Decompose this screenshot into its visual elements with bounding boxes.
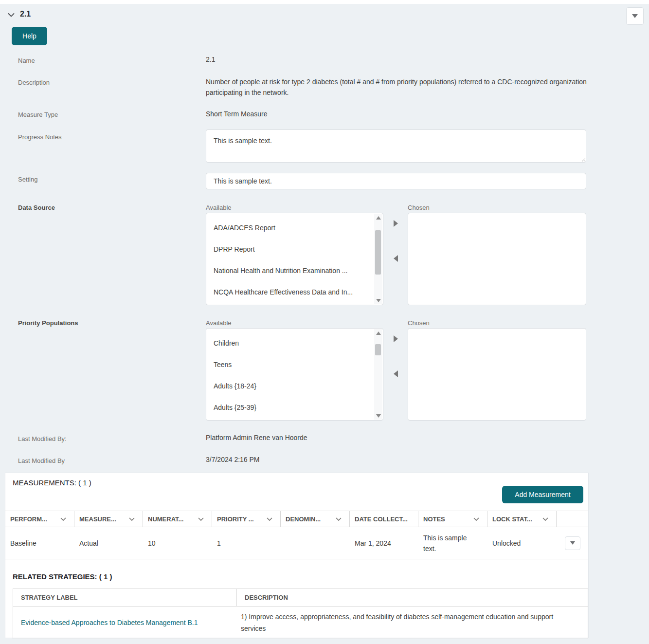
column-header-label: MEASURE... xyxy=(79,515,116,523)
date-collected-cell: Mar 1, 2024 xyxy=(350,527,418,559)
priority-populations-scrollbar[interactable] xyxy=(374,329,382,420)
add-measurement-button[interactable]: Add Measurement xyxy=(502,486,583,503)
scrollbar-thumb[interactable] xyxy=(375,230,381,275)
priority-population-option[interactable]: Adults {18-24} xyxy=(206,375,364,397)
last-modified-by-label: Last Modified By: xyxy=(18,435,67,442)
data-source-option[interactable]: National Health and Nutrition Examinatio… xyxy=(206,260,364,281)
caret-down-icon xyxy=(570,541,575,545)
measure-cell: Actual xyxy=(74,527,143,559)
chevron-down-icon xyxy=(267,517,272,521)
priority-cell: 1 xyxy=(212,527,281,559)
progress-notes-textarea[interactable] xyxy=(206,129,586,163)
column-header-description: DESCRIPTION xyxy=(237,589,588,606)
progress-notes-label: Progress Notes xyxy=(18,133,62,141)
priority-populations-move-right-icon[interactable] xyxy=(394,335,398,342)
measurements-table-header: PERFORM... MEASURE... NUMERAT... PRIORIT… xyxy=(5,511,588,527)
last-modified-by-value: Platform Admin Rene van Hoorde xyxy=(206,432,307,443)
column-header-label: NOTES xyxy=(423,515,445,523)
data-source-available-label: Available xyxy=(206,204,232,211)
column-header-measure[interactable]: MEASURE... xyxy=(74,511,143,527)
chevron-down-icon xyxy=(336,517,342,521)
denominator-cell xyxy=(281,527,350,559)
chevron-down-icon xyxy=(129,517,135,521)
lock-status-cell: Unlocked xyxy=(487,527,557,559)
description-label: Description xyxy=(18,79,50,86)
measure-type-value: Short Term Measure xyxy=(206,109,268,119)
priority-population-option[interactable]: Adults {25-39} xyxy=(206,397,364,418)
measurement-row: Baseline Actual 10 1 Mar 1, 2024 This is… xyxy=(5,527,588,559)
column-header-date-collected[interactable]: DATE COLLECT... xyxy=(350,511,418,527)
scroll-up-icon[interactable] xyxy=(374,214,382,221)
chevron-down-icon xyxy=(542,517,548,521)
column-header-notes[interactable]: NOTES xyxy=(418,511,487,527)
data-source-move-right-icon[interactable] xyxy=(394,220,398,227)
name-value: 2.1 xyxy=(206,54,215,65)
section-collapse-chevron-icon[interactable] xyxy=(7,11,16,19)
column-header-label: PRIORITY ... xyxy=(217,515,254,523)
data-source-option[interactable]: ADA/ADCES Report xyxy=(206,217,364,239)
column-header-numerator[interactable]: NUMERAT... xyxy=(143,511,212,527)
row-actions-menu-button[interactable] xyxy=(565,536,580,550)
column-header-label: DATE COLLECT... xyxy=(355,515,408,523)
column-header-label: PERFORM... xyxy=(10,515,47,523)
column-header-label: LOCK STAT... xyxy=(492,515,532,523)
priority-populations-available-label: Available xyxy=(206,319,232,327)
scroll-down-icon[interactable] xyxy=(374,412,382,420)
column-header-priority[interactable]: PRIORITY ... xyxy=(212,511,281,527)
column-header-actions xyxy=(557,511,588,527)
data-source-chosen-label: Chosen xyxy=(408,204,430,211)
data-source-option[interactable]: NCQA Healthcare Effectiveness Data and I… xyxy=(206,281,364,303)
column-header-denominator[interactable]: DENOMIN... xyxy=(281,511,350,527)
last-modified-date-value: 3/7/2024 2:16 PM xyxy=(206,454,260,465)
column-header-label: DENOMIN... xyxy=(286,515,321,523)
data-source-available-listbox[interactable]: ADA/ADCES Report DPRP Report National He… xyxy=(206,213,383,305)
caret-down-icon xyxy=(632,14,638,18)
related-strategies-section-title: RELATED STRATEGIES: ( 1 ) xyxy=(13,572,112,581)
priority-population-option[interactable]: Children xyxy=(206,332,364,354)
data-source-scrollbar[interactable] xyxy=(374,214,382,304)
related-strategies-table-header: STRATEGY LABEL DESCRIPTION xyxy=(13,589,588,607)
column-header-performance[interactable]: PERFORM... xyxy=(5,511,74,527)
description-value: Number of people at risk for type 2 diab… xyxy=(206,76,588,98)
strategy-link[interactable]: Evidence-based Approaches to Diabetes Ma… xyxy=(21,617,198,628)
priority-populations-move-left-icon[interactable] xyxy=(394,370,398,377)
measurements-panel: MEASUREMENTS: ( 1 ) Add Measurement PERF… xyxy=(5,473,589,638)
column-header-lock-status[interactable]: LOCK STAT... xyxy=(487,511,557,527)
priority-populations-label: Priority Populations xyxy=(18,319,78,327)
data-source-option[interactable]: DPRP Report xyxy=(206,239,364,260)
chevron-down-icon xyxy=(60,517,66,521)
notes-cell: This is sample text. xyxy=(418,527,487,559)
priority-populations-chosen-label: Chosen xyxy=(408,319,430,327)
column-header-strategy-label: STRATEGY LABEL xyxy=(13,589,237,606)
priority-populations-chosen-listbox[interactable] xyxy=(408,328,586,421)
page-actions-menu-button[interactable] xyxy=(626,7,644,25)
last-modified-date-label: Last Modified By xyxy=(18,457,65,464)
scroll-down-icon[interactable] xyxy=(374,296,382,304)
related-strategies-table: STRATEGY LABEL DESCRIPTION Evidence-base… xyxy=(13,589,588,639)
page-title: 2.1 xyxy=(20,10,31,18)
name-label: Name xyxy=(18,57,35,64)
strategy-description: 1) Improve access, appropriateness, and … xyxy=(241,611,559,634)
setting-label: Setting xyxy=(18,176,37,183)
data-source-chosen-listbox[interactable] xyxy=(408,213,586,305)
data-source-move-left-icon[interactable] xyxy=(394,255,398,262)
help-button[interactable]: Help xyxy=(12,27,47,45)
measurements-section-title: MEASUREMENTS: ( 1 ) xyxy=(13,478,91,487)
chevron-down-icon xyxy=(473,517,479,521)
priority-populations-available-listbox[interactable]: Children Teens Adults {18-24} Adults {25… xyxy=(206,328,383,421)
measure-type-label: Measure Type xyxy=(18,111,58,118)
setting-input[interactable] xyxy=(206,173,586,189)
related-strategy-row: Evidence-based Approaches to Diabetes Ma… xyxy=(13,607,588,639)
numerator-cell: 10 xyxy=(143,527,212,559)
performance-cell: Baseline xyxy=(5,527,74,559)
column-header-label: NUMERAT... xyxy=(148,515,183,523)
chevron-down-icon xyxy=(198,517,204,521)
data-source-label: Data Source xyxy=(18,204,55,211)
priority-population-option[interactable]: Teens xyxy=(206,354,364,375)
scroll-up-icon[interactable] xyxy=(374,329,382,337)
scrollbar-thumb[interactable] xyxy=(375,344,381,355)
